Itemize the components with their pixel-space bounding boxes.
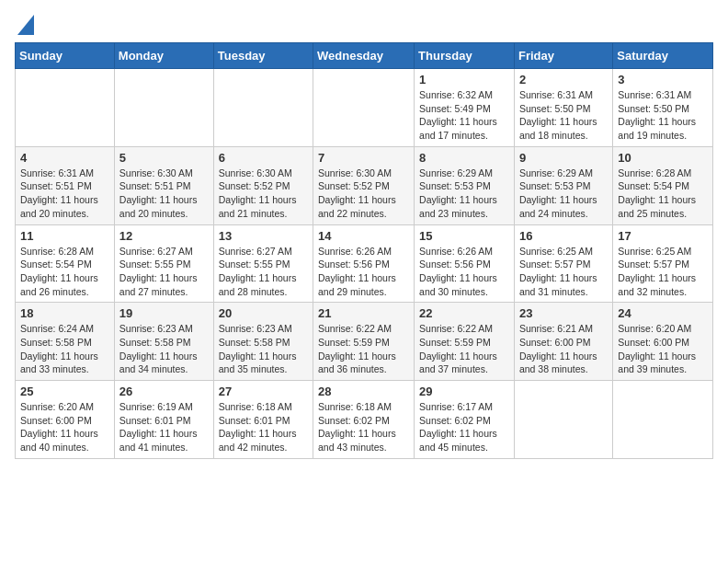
calendar-week-row: 11Sunrise: 6:28 AM Sunset: 5:54 PM Dayli… <box>16 224 713 303</box>
day-info: Sunrise: 6:26 AM Sunset: 5:56 PM Dayligh… <box>318 245 409 299</box>
day-info: Sunrise: 6:32 AM Sunset: 5:49 PM Dayligh… <box>419 88 509 143</box>
day-number: 25 <box>20 385 109 398</box>
calendar-cell <box>313 69 415 147</box>
day-number: 3 <box>618 73 708 86</box>
day-info: Sunrise: 6:20 AM Sunset: 6:00 PM Dayligh… <box>618 322 708 376</box>
day-number: 5 <box>119 151 209 165</box>
calendar-cell: 20Sunrise: 6:23 AM Sunset: 5:58 PM Dayli… <box>213 303 313 381</box>
day-info: Sunrise: 6:25 AM Sunset: 5:57 PM Dayligh… <box>519 245 608 299</box>
calendar-cell: 21Sunrise: 6:22 AM Sunset: 5:59 PM Dayli… <box>313 303 415 381</box>
day-info: Sunrise: 6:31 AM Sunset: 5:51 PM Dayligh… <box>20 167 109 221</box>
day-number: 22 <box>419 306 509 320</box>
calendar-cell: 5Sunrise: 6:30 AM Sunset: 5:51 PM Daylig… <box>114 146 213 224</box>
day-number: 9 <box>519 151 608 165</box>
day-info: Sunrise: 6:28 AM Sunset: 5:54 PM Dayligh… <box>20 245 109 299</box>
day-info: Sunrise: 6:17 AM Sunset: 6:02 PM Dayligh… <box>419 400 509 454</box>
day-of-week-header: Sunday <box>16 43 115 69</box>
calendar-table: SundayMondayTuesdayWednesdayThursdayFrid… <box>15 42 713 459</box>
day-info: Sunrise: 6:29 AM Sunset: 5:53 PM Dayligh… <box>419 167 509 221</box>
svg-marker-0 <box>17 15 34 35</box>
day-info: Sunrise: 6:24 AM Sunset: 5:58 PM Dayligh… <box>20 322 109 376</box>
calendar-cell: 15Sunrise: 6:26 AM Sunset: 5:56 PM Dayli… <box>415 224 515 303</box>
calendar-cell: 26Sunrise: 6:19 AM Sunset: 6:01 PM Dayli… <box>114 381 213 459</box>
calendar-cell <box>16 69 115 147</box>
day-number: 6 <box>219 151 308 165</box>
day-info: Sunrise: 6:20 AM Sunset: 6:00 PM Dayligh… <box>20 400 109 454</box>
day-of-week-header: Thursday <box>415 43 515 69</box>
calendar-cell: 14Sunrise: 6:26 AM Sunset: 5:56 PM Dayli… <box>313 224 415 303</box>
calendar-cell: 9Sunrise: 6:29 AM Sunset: 5:53 PM Daylig… <box>514 146 612 224</box>
calendar-cell: 1Sunrise: 6:32 AM Sunset: 5:49 PM Daylig… <box>415 69 515 147</box>
day-of-week-header: Wednesday <box>313 43 415 69</box>
day-info: Sunrise: 6:22 AM Sunset: 5:59 PM Dayligh… <box>419 322 509 376</box>
day-info: Sunrise: 6:22 AM Sunset: 5:59 PM Dayligh… <box>318 322 409 376</box>
day-info: Sunrise: 6:27 AM Sunset: 5:55 PM Dayligh… <box>119 245 209 299</box>
day-number: 17 <box>618 229 708 243</box>
day-info: Sunrise: 6:26 AM Sunset: 5:56 PM Dayligh… <box>419 245 509 299</box>
calendar-week-row: 1Sunrise: 6:32 AM Sunset: 5:49 PM Daylig… <box>16 69 713 147</box>
day-number: 29 <box>419 385 509 398</box>
day-of-week-header: Saturday <box>613 43 713 69</box>
day-number: 28 <box>318 385 409 398</box>
calendar-week-row: 18Sunrise: 6:24 AM Sunset: 5:58 PM Dayli… <box>16 303 713 381</box>
day-number: 7 <box>318 151 409 165</box>
day-number: 13 <box>219 229 308 243</box>
calendar-cell: 23Sunrise: 6:21 AM Sunset: 6:00 PM Dayli… <box>514 303 612 381</box>
day-info: Sunrise: 6:31 AM Sunset: 5:50 PM Dayligh… <box>519 88 608 143</box>
calendar-cell: 22Sunrise: 6:22 AM Sunset: 5:59 PM Dayli… <box>415 303 515 381</box>
logo-triangle-icon <box>17 15 34 35</box>
day-number: 27 <box>219 385 308 398</box>
calendar-cell: 7Sunrise: 6:30 AM Sunset: 5:52 PM Daylig… <box>313 146 415 224</box>
day-of-week-header: Monday <box>114 43 213 69</box>
day-number: 18 <box>20 306 109 320</box>
day-info: Sunrise: 6:30 AM Sunset: 5:52 PM Dayligh… <box>219 167 308 221</box>
day-number: 20 <box>219 306 308 320</box>
day-number: 2 <box>519 73 608 86</box>
day-info: Sunrise: 6:27 AM Sunset: 5:55 PM Dayligh… <box>219 245 308 299</box>
day-info: Sunrise: 6:21 AM Sunset: 6:00 PM Dayligh… <box>519 322 608 376</box>
day-of-week-header: Tuesday <box>213 43 313 69</box>
calendar-cell: 11Sunrise: 6:28 AM Sunset: 5:54 PM Dayli… <box>16 224 115 303</box>
calendar-cell: 13Sunrise: 6:27 AM Sunset: 5:55 PM Dayli… <box>213 224 313 303</box>
day-of-week-header: Friday <box>514 43 612 69</box>
day-number: 12 <box>119 229 209 243</box>
calendar-cell: 12Sunrise: 6:27 AM Sunset: 5:55 PM Dayli… <box>114 224 213 303</box>
day-number: 10 <box>618 151 708 165</box>
calendar-cell: 29Sunrise: 6:17 AM Sunset: 6:02 PM Dayli… <box>415 381 515 459</box>
calendar-week-row: 4Sunrise: 6:31 AM Sunset: 5:51 PM Daylig… <box>16 146 713 224</box>
day-info: Sunrise: 6:23 AM Sunset: 5:58 PM Dayligh… <box>219 322 308 376</box>
calendar-cell: 17Sunrise: 6:25 AM Sunset: 5:57 PM Dayli… <box>613 224 713 303</box>
day-info: Sunrise: 6:30 AM Sunset: 5:51 PM Dayligh… <box>119 167 209 221</box>
calendar-cell: 3Sunrise: 6:31 AM Sunset: 5:50 PM Daylig… <box>613 69 713 147</box>
calendar-cell <box>114 69 213 147</box>
day-number: 11 <box>20 229 109 243</box>
calendar-cell: 27Sunrise: 6:18 AM Sunset: 6:01 PM Dayli… <box>213 381 313 459</box>
day-info: Sunrise: 6:19 AM Sunset: 6:01 PM Dayligh… <box>119 400 209 454</box>
day-info: Sunrise: 6:31 AM Sunset: 5:50 PM Dayligh… <box>618 88 708 143</box>
day-number: 1 <box>419 73 509 86</box>
day-info: Sunrise: 6:23 AM Sunset: 5:58 PM Dayligh… <box>119 322 209 376</box>
day-number: 26 <box>119 385 209 398</box>
day-info: Sunrise: 6:25 AM Sunset: 5:57 PM Dayligh… <box>618 245 708 299</box>
calendar-cell: 2Sunrise: 6:31 AM Sunset: 5:50 PM Daylig… <box>514 69 612 147</box>
day-info: Sunrise: 6:29 AM Sunset: 5:53 PM Dayligh… <box>519 167 608 221</box>
day-info: Sunrise: 6:30 AM Sunset: 5:52 PM Dayligh… <box>318 167 409 221</box>
day-number: 15 <box>419 229 509 243</box>
calendar-week-row: 25Sunrise: 6:20 AM Sunset: 6:00 PM Dayli… <box>16 381 713 459</box>
page-header <box>15 15 713 35</box>
day-number: 24 <box>618 306 708 320</box>
calendar-header-row: SundayMondayTuesdayWednesdayThursdayFrid… <box>16 43 713 69</box>
day-number: 16 <box>519 229 608 243</box>
calendar-cell: 18Sunrise: 6:24 AM Sunset: 5:58 PM Dayli… <box>16 303 115 381</box>
calendar-cell: 16Sunrise: 6:25 AM Sunset: 5:57 PM Dayli… <box>514 224 612 303</box>
day-info: Sunrise: 6:18 AM Sunset: 6:02 PM Dayligh… <box>318 400 409 454</box>
calendar-cell <box>613 381 713 459</box>
day-number: 23 <box>519 306 608 320</box>
calendar-cell: 19Sunrise: 6:23 AM Sunset: 5:58 PM Dayli… <box>114 303 213 381</box>
calendar-cell <box>514 381 612 459</box>
calendar-cell: 24Sunrise: 6:20 AM Sunset: 6:00 PM Dayli… <box>613 303 713 381</box>
calendar-cell: 10Sunrise: 6:28 AM Sunset: 5:54 PM Dayli… <box>613 146 713 224</box>
calendar-cell: 25Sunrise: 6:20 AM Sunset: 6:00 PM Dayli… <box>16 381 115 459</box>
calendar-cell: 4Sunrise: 6:31 AM Sunset: 5:51 PM Daylig… <box>16 146 115 224</box>
day-number: 19 <box>119 306 209 320</box>
